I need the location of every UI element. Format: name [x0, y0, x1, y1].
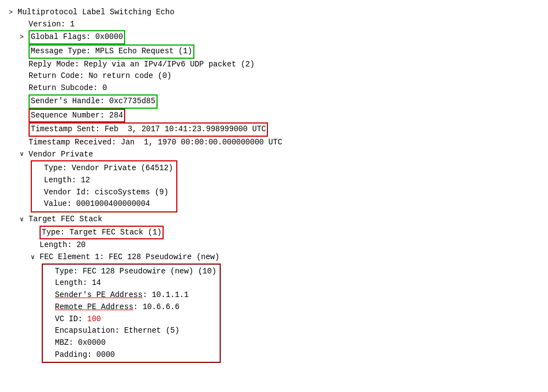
message-type-line: Message Type: MPLS Echo Request (1)	[9, 44, 539, 59]
target-fec-stack-header-line: ∨ Target FEC Stack	[9, 214, 539, 226]
vendor-type-label: Type: Vendor Private (64512)	[44, 163, 173, 175]
vendor-type-line: Type: Vendor Private (64512)	[35, 163, 173, 175]
fec-length-label: Length: 14	[55, 277, 101, 289]
target-fec-length-label: Length: 20	[40, 239, 86, 251]
reply-mode-line: Reply Mode: Reply via an IPv4/IPv6 UDP p…	[9, 59, 539, 71]
fec-sender-pe-label: Sender's PE Address: 10.1.1.1	[55, 289, 189, 301]
fec-padding-line: Padding: 0000	[46, 349, 216, 361]
fec-remote-pe-toggle	[46, 302, 55, 312]
reply-mode-toggle	[20, 59, 29, 70]
fec-padding-label: Padding: 0000	[55, 349, 115, 361]
fec-element-header-line: ∨ FEC Element 1: FEC 128 Pseudowire (new…	[9, 251, 539, 264]
version-label: Version: 1	[29, 19, 75, 31]
return-subcode-label: Return Subcode: 0	[29, 82, 107, 94]
target-fec-stack-toggle[interactable]: ∨	[20, 215, 29, 225]
message-type-label: Message Type: MPLS Echo Request (1)	[29, 44, 194, 59]
fec-vcid-toggle	[46, 314, 55, 324]
vendor-value-toggle	[35, 199, 44, 210]
return-code-line: Return Code: No return code (0)	[9, 70, 539, 82]
fec-type-line: Type: FEC 128 Pseudowire (new) (10)	[46, 266, 216, 278]
fec-length-line: Length: 14	[46, 277, 216, 289]
fec-mbz-label: MBZ: 0x0000	[55, 337, 105, 349]
fec-element-header-label: FEC Element 1: FEC 128 Pseudowire (new)	[40, 251, 220, 264]
return-subcode-line: Return Subcode: 0	[9, 82, 539, 94]
senders-handle-label: Sender's Handle: 0xc7735d85	[29, 94, 158, 109]
fec-element-group: Type: FEC 128 Pseudowire (new) (10) Leng…	[42, 264, 221, 363]
target-fec-length-toggle	[31, 240, 40, 251]
timestamp-sent-label: Timestamp Sent: Feb 3, 2017 10:41:23.998…	[29, 122, 268, 137]
vendor-length-toggle	[35, 175, 44, 186]
fec-length-toggle	[46, 278, 55, 289]
timestamp-received-toggle	[20, 137, 29, 148]
vendor-value-line: Value: 0001000400000004	[35, 198, 173, 210]
timestamp-sent-toggle	[20, 125, 29, 135]
message-type-toggle	[20, 47, 29, 57]
target-fec-length-line: Length: 20	[9, 239, 539, 251]
vendor-private-group: Type: Vendor Private (64512) Length: 12 …	[31, 160, 177, 212]
vendor-length-line: Length: 12	[35, 175, 173, 187]
fec-encap-toggle	[46, 326, 55, 337]
target-fec-type-label: Type: Target FEC Stack (1)	[40, 226, 164, 240]
sequence-number-line: Sequence Number: 284	[9, 109, 539, 123]
target-fec-type-line: Type: Target FEC Stack (1)	[9, 226, 539, 240]
fec-vcid-label: VC ID: 100	[55, 313, 101, 326]
fec-element-toggle[interactable]: ∨	[31, 253, 40, 263]
vendor-value-label: Value: 0001000400000004	[44, 198, 150, 210]
global-flags-line: > Global Flags: 0x0000	[9, 30, 539, 44]
root-toggle[interactable]: >	[9, 8, 18, 18]
fec-type-label: Type: FEC 128 Pseudowire (new) (10)	[55, 266, 216, 278]
fec-type-toggle	[46, 266, 55, 277]
vendor-length-label: Length: 12	[44, 175, 90, 187]
return-subcode-toggle	[20, 83, 29, 94]
timestamp-sent-line: Timestamp Sent: Feb 3, 2017 10:41:23.998…	[9, 122, 539, 137]
vendor-private-header-line: ∨ Vendor Private	[9, 149, 539, 161]
vendor-id-label: Vendor Id: ciscoSystems (9)	[44, 187, 169, 199]
fec-remote-pe-label: Remote PE Address: 10.6.6.6	[55, 301, 180, 313]
return-code-label: Return Code: No return code (0)	[29, 70, 171, 82]
senders-handle-toggle	[20, 96, 29, 107]
vendor-id-toggle	[35, 187, 44, 198]
vendor-private-toggle[interactable]: ∨	[20, 149, 29, 160]
global-flags-label: Global Flags: 0x0000	[29, 30, 125, 44]
fec-encap-line: Encapsulation: Ethernet (5)	[46, 325, 216, 337]
fec-mbz-line: MBZ: 0x0000	[46, 337, 216, 349]
timestamp-received-line: Timestamp Received: Jan 1, 1970 00:00:00…	[9, 137, 539, 149]
vendor-private-header-label: Vendor Private	[29, 149, 93, 161]
fec-encap-label: Encapsulation: Ethernet (5)	[55, 325, 180, 337]
target-fec-type-toggle	[31, 227, 40, 238]
fec-vcid-line: VC ID: 100	[46, 313, 216, 326]
fec-sender-pe-toggle	[46, 290, 55, 301]
reply-mode-label: Reply Mode: Reply via an IPv4/IPv6 UDP p…	[29, 59, 255, 71]
vendor-type-toggle	[35, 164, 44, 174]
root-label: Multiprotocol Label Switching Echo	[18, 7, 175, 19]
target-fec-stack-header-label: Target FEC Stack	[29, 214, 102, 226]
packet-tree: > Multiprotocol Label Switching Echo Ver…	[4, 4, 544, 367]
fec-padding-toggle	[46, 350, 55, 360]
sequence-number-label: Sequence Number: 284	[29, 109, 125, 123]
version-toggle	[20, 19, 29, 30]
fec-remote-pe-line: Remote PE Address: 10.6.6.6	[46, 301, 216, 313]
root-line: > Multiprotocol Label Switching Echo	[9, 7, 539, 19]
timestamp-received-label: Timestamp Received: Jan 1, 1970 00:00:00…	[29, 137, 282, 149]
vendor-id-line: Vendor Id: ciscoSystems (9)	[35, 187, 173, 199]
return-code-toggle	[20, 71, 29, 82]
fec-mbz-toggle	[46, 338, 55, 348]
sequence-number-toggle	[20, 110, 29, 121]
fec-sender-pe-line: Sender's PE Address: 10.1.1.1	[46, 289, 216, 301]
senders-handle-line: Sender's Handle: 0xc7735d85	[9, 94, 539, 109]
version-line: Version: 1	[9, 19, 539, 31]
global-flags-toggle[interactable]: >	[20, 32, 29, 43]
